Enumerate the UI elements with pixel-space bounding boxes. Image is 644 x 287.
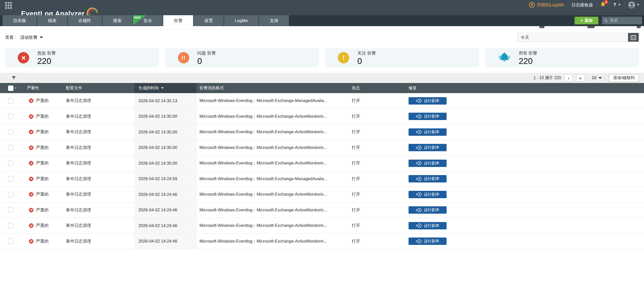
severity-value: 严重的 [36,114,49,119]
card-label: 危急 告警 [37,50,56,56]
run-playbook-button[interactable]: 运行剧本 [409,222,447,229]
top-bar: EventLog Analyzer 升级到Log360 日志接收器 [0,0,644,15]
nav-tab[interactable]: 支持 [259,15,289,26]
nav-tab[interactable]: 告警 [163,15,193,26]
alert-message: Microsoft-Windows-Eventlog：Microsoft-Exc… [196,156,350,171]
filter-icon[interactable] [12,76,16,80]
table-row: 严重的 事件日志清理 2026-04-02 14:35:00 Microsoft… [0,156,644,171]
nav-tab[interactable]: 搜索 [102,15,132,26]
run-playbook-label: 运行剧本 [424,192,439,197]
run-playbook-button[interactable]: 运行剧本 [409,238,447,245]
row-checkbox[interactable] [8,239,13,244]
nav-tab[interactable]: LogMe [224,15,259,26]
date-range-picker[interactable]: 今天 [517,33,639,42]
row-checkbox[interactable] [8,207,13,213]
table-row: 严重的 事件日志清理 2026-04-02 14:35:13 Microsoft… [0,93,644,109]
header-profile[interactable]: 配置文件 [53,83,134,93]
nav-tab-label: 设置 [204,18,213,24]
view-selector-group: 查看 : 活动告警 [5,35,43,40]
header-message-format[interactable]: 告警消息格式 [196,83,350,93]
all-alerts-card[interactable]: 所有 告警 220 [485,48,639,67]
exclamation-icon: ! [338,52,349,63]
select-all-checkbox[interactable] [8,86,13,91]
alert-message: Microsoft-Windows-Eventlog：Microsoft-Exc… [196,187,350,202]
table-row: 严重的 事件日志清理 2026-04-02 14:24:59 Microsoft… [0,171,644,187]
date-range-value: 今天 [518,35,628,40]
help-menu[interactable]: ? [613,2,621,8]
profile-value: 事件日志清理 [53,171,134,187]
nav-tab[interactable]: 设置 [194,15,224,26]
upgrade-log360-link[interactable]: 升级到Log360 [529,2,564,8]
critical-severity-icon [29,161,33,165]
row-checkbox[interactable] [8,176,13,181]
notification-count-badge: 5 [604,0,608,4]
calendar-button[interactable] [628,33,639,42]
apps-grid-icon[interactable] [5,2,12,9]
row-checkbox[interactable] [8,129,13,135]
playbook-bolt-icon [416,192,422,197]
row-checkbox[interactable] [8,223,13,228]
critical-x-icon [18,52,29,63]
run-playbook-button[interactable]: 运行剧本 [409,160,447,167]
status-value: 打开 [350,140,406,156]
severity-value: 严重的 [36,239,49,244]
add-remove-columns-button[interactable]: 添加/移除列 [609,74,639,82]
next-page-button[interactable]: › [565,74,573,81]
run-playbook-button[interactable]: 运行剧本 [409,206,447,214]
last-page-button[interactable]: » [576,74,584,81]
nav-tab[interactable]: 报表 [37,15,67,26]
row-checkbox[interactable] [8,192,13,197]
table-row: 严重的 事件日志清理 2026-04-02 14:35:00 Microsoft… [0,124,644,140]
page-background [0,249,644,287]
playbook-bolt-icon [416,145,422,150]
run-playbook-button[interactable]: 运行剧本 [409,191,447,198]
severity-value: 严重的 [36,129,49,135]
filter-bar: 查看 : 活动告警 今天 [0,29,644,45]
nav-tab[interactable]: 仪表板 [3,15,37,26]
trouble-alerts-card[interactable]: !! 问题 告警 0 [165,48,319,67]
nav-tab[interactable]: 合规性 [68,15,102,26]
run-playbook-button[interactable]: 运行剧本 [409,144,447,151]
table-row: 严重的 事件日志清理 2026-04-02 14:24:46 Microsoft… [0,187,644,202]
playbook-bolt-icon [416,98,422,103]
status-value: 打开 [350,218,406,233]
page-size-dropdown[interactable]: 10 [592,75,602,80]
search-input[interactable] [610,18,640,23]
notifications-bell-icon[interactable]: 5 [600,1,606,8]
table-row: 严重的 事件日志清理 2026-04-02 14:35:00 Microsoft… [0,140,644,156]
user-menu[interactable] [628,1,639,9]
run-playbook-button[interactable]: 运行剧本 [409,97,447,105]
severity-value: 严重的 [36,223,49,228]
generated-time-value: 2026-04-02 14:24:46 [134,187,196,202]
nav-tab[interactable]: NEW 安全 [133,15,163,26]
view-dropdown[interactable]: 活动告警 [20,35,43,40]
run-playbook-button[interactable]: 运行剧本 [409,175,447,182]
playbook-bolt-icon [416,176,422,181]
row-checkbox[interactable] [8,161,13,166]
row-checkbox[interactable] [8,145,13,150]
generated-time-value: 2026-04-02 14:24:46 [134,218,196,233]
critical-alerts-card[interactable]: 危急 告警 220 [5,48,159,67]
header-fix[interactable]: 修复 [406,83,644,93]
alert-message: Microsoft-Windows-Eventlog：Microsoft-Exc… [196,140,350,156]
run-playbook-button[interactable]: 运行剧本 [409,128,447,136]
header-status[interactable]: 状态 [350,83,406,93]
view-label: 查看 : [5,35,16,40]
log-receiver-link[interactable]: 日志接收器 [571,2,593,8]
header-generated-time[interactable]: 生成的时间 [134,83,196,93]
alert-message: Microsoft-Windows-Eventlog：Microsoft-Exc… [196,218,350,233]
chevron-down-icon [599,77,602,79]
add-button[interactable]: + 添加 [575,17,598,24]
row-checkbox[interactable] [8,114,13,119]
playbook-bolt-icon [416,223,422,228]
view-dropdown-value: 活动告警 [20,35,37,40]
header-select-all[interactable] [0,83,18,93]
header-severity[interactable]: 严重性 [18,83,53,93]
status-value: 打开 [350,124,406,140]
severity-value: 严重的 [36,145,49,150]
profile-value: 事件日志清理 [53,109,134,124]
attention-alerts-card[interactable]: ! 关注 告警 0 [325,48,479,67]
run-playbook-button[interactable]: 运行剧本 [409,113,447,120]
row-checkbox[interactable] [8,98,13,104]
alert-summary-cards: 危急 告警 220 !! 问题 告警 0 ! 关注 告警 0 [5,48,639,67]
